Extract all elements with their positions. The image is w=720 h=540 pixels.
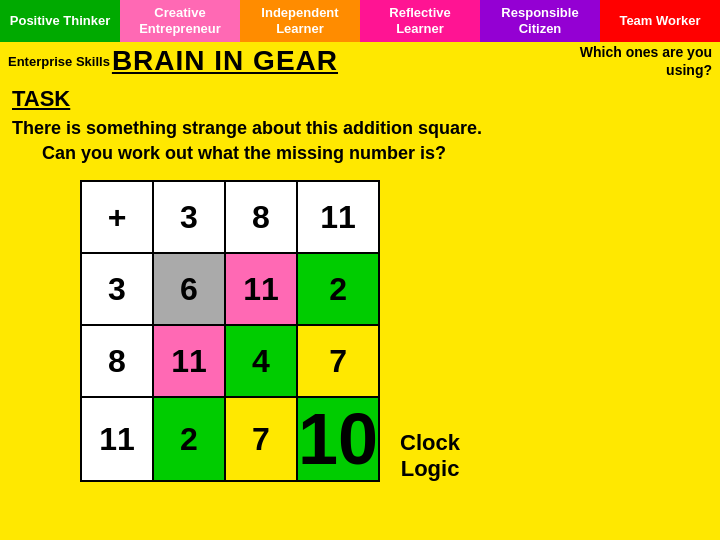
table-row: 11: [297, 181, 379, 253]
table-row: 7: [297, 325, 379, 397]
table-row: 11: [225, 253, 297, 325]
table-row: 4: [225, 325, 297, 397]
brain-in-gear-title: BRAIN IN GEAR: [112, 45, 338, 77]
table-row: 6: [153, 253, 225, 325]
nav-positive-thinker[interactable]: Positive Thinker: [0, 0, 120, 42]
nav-team-worker-label: Team Worker: [619, 13, 700, 29]
task-line1: There is something strange about this ad…: [12, 118, 482, 138]
table-row: 2: [153, 397, 225, 481]
table-row: 11: [81, 397, 153, 481]
nav-team-worker[interactable]: Team Worker: [600, 0, 720, 42]
nav-independent-learner[interactable]: Independent Learner: [240, 0, 360, 42]
grid-and-clock: +38113611281147112710 ClockLogic: [0, 170, 720, 492]
nav-responsible-citizen-label: Responsible Citizen: [484, 5, 596, 36]
table-row: 8: [81, 325, 153, 397]
table-row: 3: [81, 253, 153, 325]
table-row: 7: [225, 397, 297, 481]
nav-positive-thinker-label: Positive Thinker: [10, 13, 110, 29]
task-line2: Can you work out what the missing number…: [12, 141, 708, 166]
enterprise-skills-label: Enterprise Skills: [0, 54, 110, 69]
addition-table: +38113611281147112710: [80, 180, 380, 482]
nav-responsible-citizen[interactable]: Responsible Citizen: [480, 0, 600, 42]
clock-logic-box: ClockLogic: [400, 430, 460, 483]
top-nav: Positive Thinker Creative Entrepreneur I…: [0, 0, 720, 42]
nav-reflective-learner[interactable]: Reflective Learner: [360, 0, 480, 42]
task-label: TASK: [12, 86, 708, 112]
table-row: 10: [297, 397, 379, 481]
clock-logic-label: ClockLogic: [400, 430, 460, 483]
table-row: +: [81, 181, 153, 253]
task-description: There is something strange about this ad…: [12, 116, 708, 166]
nav-creative-entrepreneur[interactable]: Creative Entrepreneur: [120, 0, 240, 42]
subtitle-row: Enterprise Skills BRAIN IN GEAR Which on…: [0, 42, 720, 80]
nav-creative-entrepreneur-label: Creative Entrepreneur: [124, 5, 236, 36]
nav-reflective-learner-label: Reflective Learner: [364, 5, 476, 36]
table-row: 11: [153, 325, 225, 397]
nav-independent-learner-label: Independent Learner: [244, 5, 356, 36]
table-row: 2: [297, 253, 379, 325]
task-section: TASK There is something strange about th…: [0, 80, 720, 170]
which-ones-label: Which ones are youusing?: [580, 43, 720, 79]
table-row: 3: [153, 181, 225, 253]
table-row: 8: [225, 181, 297, 253]
